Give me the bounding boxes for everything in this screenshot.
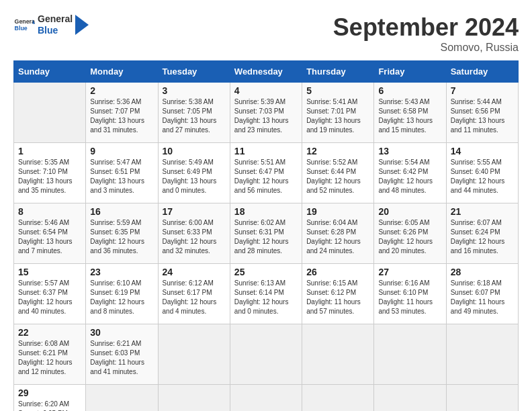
day-number: 1 [18, 146, 81, 156]
calendar-cell: 4Sunrise: 5:39 AMSunset: 7:03 PMDaylight… [230, 83, 302, 143]
sunrise-text: Sunrise: 5:39 AM [234, 98, 285, 105]
sunrise-text: Sunrise: 5:43 AM [378, 98, 429, 105]
calendar-cell: 11Sunrise: 5:51 AMSunset: 6:47 PMDayligh… [230, 143, 302, 203]
calendar-cell: 16Sunrise: 5:59 AMSunset: 6:35 PMDayligh… [86, 203, 158, 264]
daylight-text: Daylight: 13 hours and 23 minutes. [234, 117, 289, 134]
calendar-cell: 18Sunrise: 6:02 AMSunset: 6:31 PMDayligh… [230, 203, 302, 264]
day-number: 9 [90, 146, 153, 156]
daylight-text: Daylight: 11 hours and 53 minutes. [378, 298, 433, 315]
calendar-cell: 7Sunrise: 5:44 AMSunset: 6:56 PMDaylight… [446, 83, 518, 143]
day-info: Sunrise: 5:47 AMSunset: 6:51 PMDaylight:… [90, 158, 153, 195]
logo-arrow-icon [75, 15, 89, 35]
day-number: 27 [378, 267, 441, 277]
day-number: 13 [378, 146, 441, 156]
calendar-cell [230, 324, 302, 385]
daylight-text: Daylight: 11 hours and 41 minutes. [90, 359, 144, 375]
day-info: Sunrise: 6:16 AMSunset: 6:10 PMDaylight:… [378, 279, 441, 316]
calendar-cell: 28Sunrise: 6:18 AMSunset: 6:07 PMDayligh… [446, 264, 518, 324]
day-info: Sunrise: 5:52 AMSunset: 6:44 PMDaylight:… [306, 158, 369, 195]
svg-marker-3 [75, 15, 89, 35]
sunrise-text: Sunrise: 5:36 AM [90, 98, 141, 105]
sunset-text: Sunset: 6:21 PM [18, 349, 68, 357]
day-info: Sunrise: 5:57 AMSunset: 6:37 PMDaylight:… [18, 279, 81, 316]
sunset-text: Sunset: 6:07 PM [451, 289, 500, 296]
daylight-text: Daylight: 12 hours and 40 minutes. [18, 298, 73, 315]
calendar-week-row: 1Sunrise: 5:35 AMSunset: 7:10 PMDaylight… [14, 143, 519, 203]
sunset-text: Sunset: 6:33 PM [163, 228, 212, 236]
daylight-text: Daylight: 12 hours and 12 minutes. [18, 359, 73, 375]
day-number: 28 [451, 267, 514, 277]
daylight-text: Daylight: 11 hours and 57 minutes. [306, 298, 361, 315]
daylight-text: Daylight: 13 hours and 27 minutes. [163, 117, 217, 134]
sunrise-text: Sunrise: 6:00 AM [163, 219, 214, 226]
sunset-text: Sunset: 6:26 PM [378, 228, 428, 236]
sunset-text: Sunset: 7:07 PM [90, 107, 140, 115]
day-info: Sunrise: 5:54 AMSunset: 6:42 PMDaylight:… [378, 158, 441, 195]
sunrise-text: Sunrise: 5:47 AM [90, 158, 141, 166]
daylight-text: Daylight: 13 hours and 11 minutes. [451, 117, 505, 134]
sunrise-text: Sunrise: 6:13 AM [234, 279, 285, 287]
day-number: 12 [306, 146, 369, 156]
day-number: 24 [163, 267, 226, 277]
calendar-cell: 5Sunrise: 5:41 AMSunset: 7:01 PMDaylight… [302, 83, 374, 143]
col-friday: Friday [374, 61, 446, 83]
sunset-text: Sunset: 7:05 PM [163, 107, 212, 115]
day-info: Sunrise: 5:36 AMSunset: 7:07 PMDaylight:… [90, 97, 153, 135]
calendar-cell: 24Sunrise: 6:12 AMSunset: 6:17 PMDayligh… [158, 264, 230, 324]
sunset-text: Sunset: 7:10 PM [18, 168, 68, 175]
calendar-cell: 20Sunrise: 6:05 AMSunset: 6:26 PMDayligh… [374, 203, 446, 264]
day-info: Sunrise: 5:35 AMSunset: 7:10 PMDaylight:… [18, 158, 81, 195]
day-info: Sunrise: 6:12 AMSunset: 6:17 PMDaylight:… [163, 279, 226, 316]
calendar-table: Sunday Monday Tuesday Wednesday Thursday… [13, 60, 519, 411]
day-info: Sunrise: 6:20 AMSunset: 6:05 PMDaylight:… [18, 400, 81, 411]
calendar-cell [374, 324, 446, 385]
svg-text:General: General [15, 18, 35, 25]
sunset-text: Sunset: 6:31 PM [234, 228, 284, 236]
daylight-text: Daylight: 13 hours and 35 minutes. [18, 177, 73, 194]
daylight-text: Daylight: 12 hours and 44 minutes. [451, 177, 505, 194]
calendar-cell: 1Sunrise: 5:35 AMSunset: 7:10 PMDaylight… [14, 143, 86, 203]
sunset-text: Sunset: 7:03 PM [234, 107, 284, 115]
calendar-cell [446, 385, 518, 412]
col-tuesday: Tuesday [158, 61, 230, 83]
calendar-cell [446, 324, 518, 385]
day-number: 29 [18, 387, 81, 398]
day-number: 21 [451, 206, 514, 217]
sunset-text: Sunset: 6:12 PM [306, 289, 356, 296]
calendar-cell: 23Sunrise: 6:10 AMSunset: 6:19 PMDayligh… [86, 264, 158, 324]
day-info: Sunrise: 5:55 AMSunset: 6:40 PMDaylight:… [451, 158, 514, 195]
calendar-cell: 30Sunrise: 6:21 AMSunset: 6:03 PMDayligh… [86, 324, 158, 385]
day-info: Sunrise: 5:46 AMSunset: 6:54 PMDaylight:… [18, 218, 81, 256]
calendar-cell: 6Sunrise: 5:43 AMSunset: 6:58 PMDaylight… [374, 83, 446, 143]
day-number: 18 [234, 206, 298, 217]
calendar-cell [230, 385, 302, 412]
daylight-text: Daylight: 13 hours and 19 minutes. [306, 117, 361, 134]
daylight-text: Daylight: 12 hours and 36 minutes. [90, 238, 144, 255]
day-info: Sunrise: 5:44 AMSunset: 6:56 PMDaylight:… [451, 97, 514, 135]
sunset-text: Sunset: 6:37 PM [18, 289, 68, 296]
daylight-text: Daylight: 12 hours and 0 minutes. [234, 298, 289, 315]
daylight-text: Daylight: 12 hours and 24 minutes. [306, 238, 361, 255]
sunrise-text: Sunrise: 5:52 AM [306, 158, 357, 166]
day-info: Sunrise: 5:59 AMSunset: 6:35 PMDaylight:… [90, 218, 153, 256]
sunset-text: Sunset: 6:49 PM [163, 168, 212, 175]
sunrise-text: Sunrise: 5:55 AM [451, 158, 502, 166]
sunrise-text: Sunrise: 5:35 AM [18, 158, 69, 166]
sunrise-text: Sunrise: 6:10 AM [90, 279, 141, 287]
calendar-cell: 2Sunrise: 5:36 AMSunset: 7:07 PMDaylight… [86, 83, 158, 143]
day-number: 20 [378, 206, 441, 217]
day-number: 25 [234, 267, 298, 277]
day-info: Sunrise: 5:41 AMSunset: 7:01 PMDaylight:… [306, 97, 369, 135]
day-number: 19 [306, 206, 369, 217]
sunset-text: Sunset: 6:14 PM [234, 289, 284, 296]
daylight-text: Daylight: 13 hours and 15 minutes. [378, 117, 433, 134]
sunset-text: Sunset: 6:56 PM [451, 107, 500, 115]
daylight-text: Daylight: 13 hours and 3 minutes. [90, 177, 144, 194]
day-number: 3 [163, 85, 226, 96]
day-info: Sunrise: 5:38 AMSunset: 7:05 PMDaylight:… [163, 97, 226, 135]
logo-icon: General Blue [13, 14, 35, 36]
sunset-text: Sunset: 6:40 PM [451, 168, 500, 175]
day-number: 15 [18, 267, 81, 277]
sunrise-text: Sunrise: 6:18 AM [451, 279, 502, 287]
month-title: September 2024 [333, 13, 519, 42]
